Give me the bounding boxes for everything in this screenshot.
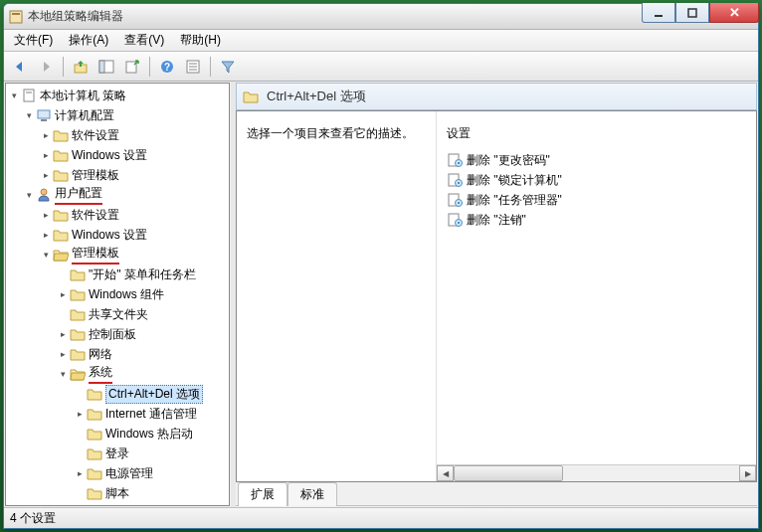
properties-button[interactable]	[181, 55, 205, 79]
user-icon	[36, 187, 52, 203]
folder-icon	[87, 465, 102, 481]
collapse-icon[interactable]: ▾	[40, 250, 52, 260]
scroll-thumb[interactable]	[454, 465, 563, 481]
forward-button[interactable]	[34, 55, 58, 79]
tree-panel[interactable]: ▾ 本地计算机 策略 ▾ 计算机配置 ▸软件设置	[5, 83, 230, 506]
tree-item-start-taskbar[interactable]: "开始" 菜单和任务栏	[57, 265, 229, 284]
policy-icon	[447, 212, 463, 228]
folder-icon	[53, 167, 69, 183]
tree-item-user-windows-settings[interactable]: ▸Windows 设置	[40, 225, 229, 245]
app-window: 本地组策略编辑器 ✕ 文件(F) 操作(A) 查看(V) 帮助(H) ?	[3, 3, 759, 529]
statusbar: 4 个设置	[4, 507, 758, 528]
tree-item-power-mgmt[interactable]: ▸电源管理	[74, 463, 229, 483]
policy-icon	[447, 172, 463, 188]
svg-rect-2	[655, 15, 663, 17]
expand-icon[interactable]: ▸	[74, 468, 86, 478]
tree-item-software-settings[interactable]: ▸软件设置	[40, 125, 229, 145]
maximize-button[interactable]	[675, 3, 709, 23]
expand-icon[interactable]: ▸	[40, 170, 52, 180]
settings-pane: 设置 删除 "更改密码" 删除 "锁定计算机" 删除 "任务管理器" 删除 "注…	[436, 111, 756, 481]
menubar: 文件(F) 操作(A) 查看(V) 帮助(H)	[4, 30, 758, 52]
expand-icon[interactable]: ▸	[40, 150, 52, 160]
tree-item-user-software-settings[interactable]: ▸软件设置	[40, 205, 229, 225]
folder-icon	[70, 346, 86, 362]
tree-item-system: ▾ 系统 Ctrl+Alt+Del 选项 ▸Internet 通信管理	[57, 364, 229, 503]
scroll-right-button[interactable]: ▶	[739, 465, 756, 481]
folder-open-icon	[53, 247, 69, 263]
folder-icon	[53, 127, 69, 143]
policy-doc-icon	[21, 88, 37, 103]
app-icon	[8, 9, 24, 25]
tree-item-computer-config: ▾ 计算机配置 ▸软件设置 ▸Windows 设置 ▸管理模板	[23, 105, 229, 185]
collapse-icon[interactable]: ▾	[57, 369, 69, 379]
folder-icon	[70, 266, 86, 282]
help-button[interactable]: ?	[155, 55, 179, 79]
up-button[interactable]	[69, 55, 93, 79]
collapse-icon[interactable]: ▾	[23, 190, 35, 200]
tree-item-control-panel[interactable]: ▸控制面板	[57, 324, 229, 344]
export-button[interactable]	[120, 55, 144, 79]
folder-icon	[243, 89, 259, 104]
expand-icon[interactable]: ▸	[57, 289, 69, 299]
svg-rect-16	[38, 110, 50, 118]
titlebar[interactable]: 本地组策略编辑器 ✕	[4, 4, 758, 30]
svg-rect-27	[458, 202, 460, 204]
back-button[interactable]	[8, 55, 32, 79]
scroll-track[interactable]	[454, 465, 739, 481]
svg-rect-14	[24, 89, 34, 101]
folder-icon	[87, 445, 102, 461]
column-header-settings[interactable]: 设置	[447, 125, 746, 142]
expand-icon[interactable]: ▸	[74, 409, 86, 419]
folder-icon	[87, 406, 102, 422]
tree-item-admin-templates[interactable]: ▸管理模板	[40, 165, 229, 185]
tab-standard[interactable]: 标准	[287, 482, 337, 506]
description-pane: 选择一个项目来查看它的描述。	[237, 111, 436, 481]
tree-item-shared-folders[interactable]: 共享文件夹	[57, 304, 229, 324]
horizontal-scrollbar[interactable]: ◀ ▶	[437, 464, 756, 481]
tree-item-windows-hotstart[interactable]: Windows 热启动	[74, 424, 229, 443]
tree-item-ctrl-alt-del: Ctrl+Alt+Del 选项	[74, 384, 229, 404]
expand-icon[interactable]: ▸	[40, 230, 52, 240]
policy-item[interactable]: 删除 "任务管理器"	[447, 190, 746, 210]
minimize-button[interactable]	[642, 3, 675, 23]
folder-icon	[70, 326, 86, 342]
policy-tree: ▾ 本地计算机 策略 ▾ 计算机配置 ▸软件设置	[6, 84, 229, 505]
client-area: ▾ 本地计算机 策略 ▾ 计算机配置 ▸软件设置	[4, 82, 758, 507]
svg-rect-0	[10, 11, 22, 23]
expand-icon[interactable]: ▸	[40, 210, 52, 220]
tree-item-logon[interactable]: 登录	[74, 443, 229, 463]
menu-file[interactable]: 文件(F)	[6, 30, 61, 51]
tree-item-scripts[interactable]: 脚本	[74, 483, 229, 503]
expand-icon[interactable]: ▸	[57, 349, 69, 359]
show-hide-tree-button[interactable]	[95, 55, 118, 79]
computer-icon	[36, 107, 52, 123]
menu-action[interactable]: 操作(A)	[61, 30, 116, 51]
svg-rect-17	[41, 119, 47, 121]
svg-point-18	[41, 189, 47, 195]
collapse-icon[interactable]: ▾	[8, 90, 20, 100]
tree-item-internet-comm[interactable]: ▸Internet 通信管理	[74, 404, 229, 424]
folder-icon	[53, 147, 69, 163]
folder-icon	[87, 485, 102, 501]
view-tabs: 扩展 标准	[236, 482, 757, 506]
svg-text:?: ?	[164, 62, 170, 73]
tree-item-windows-settings[interactable]: ▸Windows 设置	[40, 145, 229, 165]
tree-item-local-computer-policy[interactable]: ▾ 本地计算机 策略	[6, 86, 229, 105]
menu-view[interactable]: 查看(V)	[116, 30, 172, 51]
tab-extended[interactable]: 扩展	[238, 482, 287, 506]
tree-item-windows-components[interactable]: ▸Windows 组件	[57, 284, 229, 304]
collapse-icon[interactable]: ▾	[23, 110, 35, 120]
expand-icon[interactable]: ▸	[40, 130, 52, 140]
svg-rect-24	[458, 182, 460, 184]
toolbar-sep	[149, 57, 150, 77]
policy-item[interactable]: 删除 "注销"	[447, 210, 746, 230]
policy-item[interactable]: 删除 "锁定计算机"	[447, 170, 746, 190]
expand-icon[interactable]: ▸	[57, 329, 69, 339]
tree-item-network[interactable]: ▸网络	[57, 344, 229, 364]
close-button[interactable]: ✕	[709, 3, 759, 23]
policy-item[interactable]: 删除 "更改密码"	[447, 150, 746, 170]
scroll-left-button[interactable]: ◀	[437, 465, 454, 481]
menu-help[interactable]: 帮助(H)	[172, 30, 229, 51]
toolbar: ?	[4, 52, 758, 82]
filter-button[interactable]	[216, 55, 240, 79]
